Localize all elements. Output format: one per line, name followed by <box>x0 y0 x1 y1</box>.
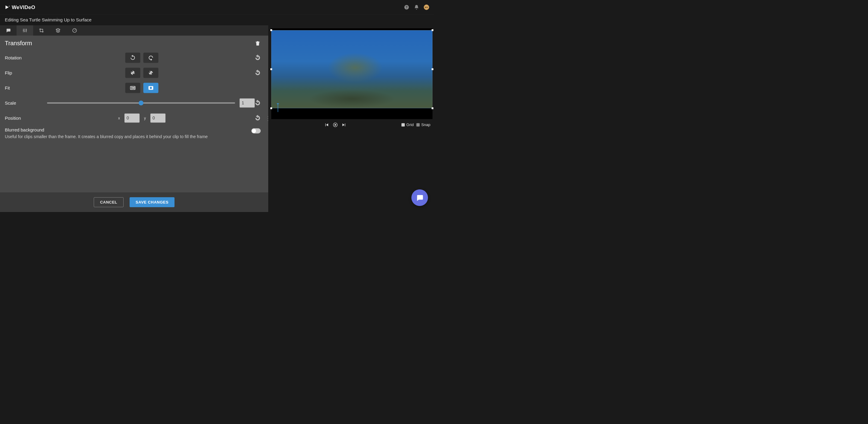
position-x-input[interactable] <box>124 114 140 123</box>
avatar[interactable]: WV <box>424 4 429 10</box>
tab-color[interactable] <box>66 25 83 36</box>
flip-horizontal-button[interactable] <box>125 68 141 78</box>
row-blurred-background: Blurred background Useful for clips smal… <box>5 127 261 140</box>
reset-rotation-button[interactable] <box>255 55 261 61</box>
panel-title: Transform <box>5 40 255 47</box>
fit-contain-icon <box>130 85 136 91</box>
handle-mid-right[interactable] <box>432 68 433 70</box>
sub-bar: Editing Sea Turtle Swimming Up to Surfac… <box>0 14 434 25</box>
scale-label: Scale <box>5 100 29 105</box>
svg-rect-0 <box>9 6 10 6</box>
undo-icon <box>255 100 261 106</box>
gauge-icon <box>72 28 77 33</box>
svg-text:?: ? <box>406 5 407 9</box>
bell-icon[interactable] <box>414 4 419 10</box>
undo-icon <box>255 115 261 121</box>
scale-slider[interactable] <box>47 102 235 104</box>
delete-button[interactable] <box>255 40 261 46</box>
scale-slider-thumb[interactable] <box>138 101 144 105</box>
row-rotation: Rotation <box>5 52 261 64</box>
blur-toggle[interactable] <box>251 128 261 133</box>
handle-top-left[interactable] <box>270 29 272 31</box>
fit-fill-button[interactable] <box>144 83 158 93</box>
left-panel: Transform Rotation <box>0 25 268 212</box>
video-frame[interactable] <box>271 30 433 108</box>
rotate-cw-button[interactable] <box>144 53 158 63</box>
panel-resize-handle[interactable] <box>268 116 269 122</box>
position-y-input[interactable] <box>150 114 165 123</box>
skip-back-icon <box>324 122 329 127</box>
snap-label: Snap <box>421 122 430 127</box>
top-bar: WeVIDeO ? WV <box>0 0 434 14</box>
snap-checkbox[interactable]: Snap <box>416 122 430 127</box>
tab-adjust[interactable] <box>17 25 33 36</box>
undo-icon <box>255 70 261 76</box>
chat-icon <box>416 194 424 202</box>
row-position: Position x y <box>5 113 261 124</box>
logo[interactable]: WeVIDeO <box>5 4 35 10</box>
flip-vertical-button[interactable] <box>144 68 158 78</box>
flip-horizontal-icon <box>130 70 136 76</box>
svg-point-12 <box>150 87 152 89</box>
handle-mid-left[interactable] <box>270 68 272 70</box>
rotation-label: Rotation <box>5 55 29 60</box>
reset-position-button[interactable] <box>255 115 261 121</box>
tab-crop[interactable] <box>33 25 50 36</box>
preview-area[interactable] <box>271 28 433 119</box>
fit-label: Fit <box>5 85 29 90</box>
rotate-ccw-icon <box>130 55 136 61</box>
reset-scale-button[interactable] <box>255 100 261 106</box>
grid-checkbox[interactable]: Grid <box>401 122 414 127</box>
play-icon <box>333 122 338 127</box>
handle-top-right[interactable] <box>432 29 433 31</box>
cancel-button[interactable]: CANCEL <box>94 197 124 207</box>
toggle-knob <box>252 129 256 133</box>
next-frame-button[interactable] <box>341 122 347 128</box>
page-title: Editing Sea Turtle Swimming Up to Surfac… <box>5 18 92 23</box>
scale-input[interactable] <box>240 99 255 108</box>
layers-icon <box>56 28 61 33</box>
position-y-label: y <box>144 116 146 120</box>
svg-point-4 <box>24 31 25 32</box>
reset-flip-button[interactable] <box>255 70 261 76</box>
checkbox-icon <box>401 123 405 126</box>
tab-comment[interactable] <box>0 25 17 36</box>
sliders-icon <box>22 28 27 33</box>
tab-strip <box>0 25 268 36</box>
rotate-ccw-button[interactable] <box>125 53 141 63</box>
checkbox-icon <box>416 123 420 126</box>
row-scale: Scale <box>5 97 261 109</box>
row-flip: Flip <box>5 67 261 79</box>
position-label: Position <box>5 116 29 121</box>
playhead[interactable] <box>278 104 278 112</box>
fit-contain-button[interactable] <box>125 83 141 93</box>
tab-layers[interactable] <box>50 25 66 36</box>
svg-point-3 <box>23 30 24 31</box>
speech-bubble-icon <box>6 28 11 33</box>
flip-vertical-icon <box>148 70 154 76</box>
prev-frame-button[interactable] <box>324 122 330 128</box>
blur-title: Blurred background <box>5 127 247 133</box>
handle-bottom-left[interactable] <box>270 108 272 109</box>
position-x-label: x <box>118 116 120 120</box>
undo-icon <box>255 55 261 61</box>
chat-fab[interactable] <box>411 189 428 206</box>
crop-icon <box>39 28 44 33</box>
flip-label: Flip <box>5 70 29 75</box>
rotate-cw-icon <box>148 55 154 61</box>
save-button[interactable]: SAVE CHANGES <box>130 197 175 207</box>
blur-desc: Useful for clips smaller than the frame.… <box>5 134 247 140</box>
right-panel: Grid Snap <box>268 25 434 212</box>
handle-bottom-right[interactable] <box>432 108 433 109</box>
svg-rect-8 <box>131 87 132 89</box>
panel-footer: CANCEL SAVE CHANGES <box>0 192 268 212</box>
help-icon[interactable]: ? <box>404 4 409 10</box>
skip-forward-icon <box>342 122 347 127</box>
svg-point-5 <box>26 30 27 30</box>
preview-controls: Grid Snap <box>268 119 434 130</box>
grid-label: Grid <box>406 122 414 127</box>
play-button[interactable] <box>333 122 338 128</box>
trash-icon <box>255 40 261 46</box>
svg-point-9 <box>133 87 134 89</box>
svg-rect-10 <box>134 87 135 89</box>
